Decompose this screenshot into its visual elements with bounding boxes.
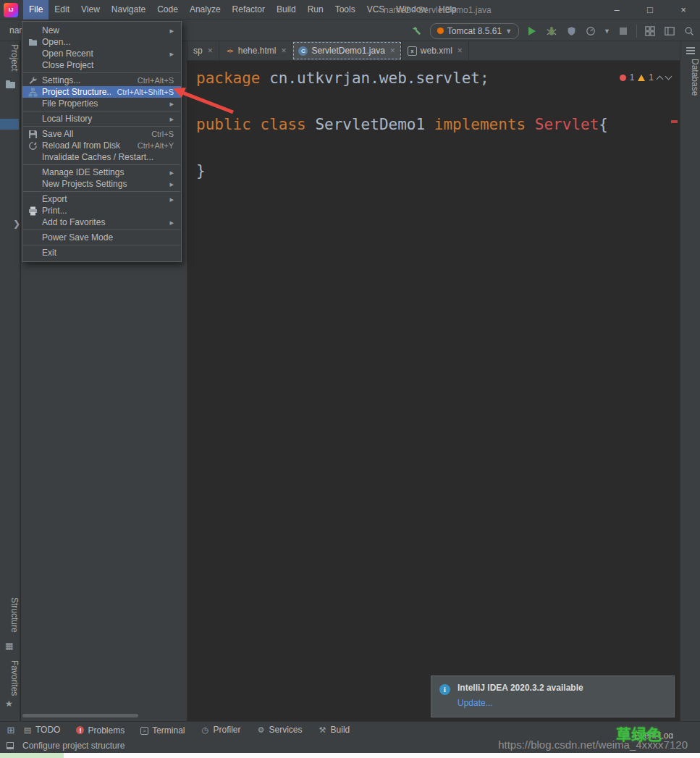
tool-button-label: Services: [269, 725, 303, 735]
next-error-icon[interactable]: [665, 72, 672, 80]
menu-refactor[interactable]: Refactor: [227, 0, 271, 20]
no-icon: [27, 114, 38, 124]
file-menu-item-reload-all-from-disk[interactable]: Reload All from DiskCtrl+Alt+Y: [22, 140, 181, 151]
error-stripe-mark: [671, 120, 678, 123]
right-toolwindow-stripe: Database: [680, 41, 700, 721]
run-options-chevron-icon[interactable]: ▼: [604, 28, 610, 35]
file-menu-item-invalidate-caches-restart[interactable]: Invalidate Caches / Restart...: [22, 151, 181, 163]
search-icon[interactable]: [683, 24, 696, 38]
tool-button-profiler[interactable]: ◷Profiler: [201, 725, 241, 735]
no-icon: [27, 248, 38, 258]
file-menu-item-manage-ide-settings[interactable]: Manage IDE Settings▸: [22, 167, 181, 178]
menu-item-label: New: [42, 25, 164, 35]
sidebar-item-project[interactable]: Project: [0, 44, 20, 71]
menu-view[interactable]: View: [75, 0, 106, 20]
menu-edit[interactable]: Edit: [49, 0, 75, 20]
file-menu-item-local-history[interactable]: Local History▸: [22, 113, 181, 125]
menu-analyze[interactable]: Analyze: [184, 0, 227, 20]
file-menu-item-new[interactable]: New▸: [22, 25, 181, 36]
submenu-arrow-icon: ▸: [169, 114, 174, 124]
build-hammer-icon[interactable]: [410, 24, 423, 38]
build-icon: ⚒: [319, 725, 327, 734]
tool-button-todo[interactable]: ▤TODO: [23, 725, 60, 735]
previous-error-icon[interactable]: [657, 75, 664, 83]
watermark-badge: 草绿色: [616, 723, 662, 744]
menu-tools[interactable]: Tools: [329, 0, 361, 20]
file-menu-item-exit[interactable]: Exit: [22, 247, 181, 258]
toolbar: Tomcat 8.5.61 ▼ ▼: [410, 20, 696, 41]
inspection-widget[interactable]: 1 1: [620, 66, 671, 89]
code-token: package: [196, 70, 269, 87]
menu-item-shortcut: Ctrl+S: [151, 130, 174, 138]
close-tab-icon[interactable]: ×: [281, 46, 286, 56]
stripe-chevron-icon[interactable]: ❯: [13, 219, 20, 229]
close-tab-icon[interactable]: ×: [390, 46, 395, 56]
stop-button[interactable]: [617, 24, 630, 38]
file-menu-item-open-recent[interactable]: Open Recent▸: [22, 48, 181, 59]
code-editor[interactable]: package cn.utkvrjan.web.servlet;public c…: [187, 61, 680, 721]
file-menu-item-file-properties[interactable]: File Properties▸: [22, 98, 181, 109]
tool-button-problems[interactable]: !Problems: [76, 725, 125, 736]
no-icon: [27, 25, 38, 35]
file-menu-item-save-all[interactable]: Save AllCtrl+S: [22, 128, 181, 140]
debug-button[interactable]: [545, 24, 558, 38]
file-menu-item-open[interactable]: Open...: [22, 36, 181, 48]
tab-servletdemo1-java[interactable]: CServletDemo1.java×: [292, 41, 401, 60]
profiler-button[interactable]: [584, 24, 597, 38]
editor-tabs: sp×<>hehe.html×CServletDemo1.java×xweb.x…: [187, 41, 680, 61]
menu-code[interactable]: Code: [151, 0, 184, 20]
close-tab-icon[interactable]: ×: [208, 46, 213, 56]
file-menu-item-new-projects-settings[interactable]: New Projects Settings▸: [22, 178, 181, 190]
run-button[interactable]: [526, 24, 539, 38]
update-link[interactable]: Update...: [457, 698, 667, 708]
coverage-button[interactable]: [565, 24, 578, 38]
file-menu-item-add-to-favorites[interactable]: Add to Favorites▸: [22, 216, 181, 228]
run-configuration-label: Tomcat 8.5.61: [447, 26, 502, 36]
window-controls: – □ ×: [600, 0, 700, 20]
menu-item-shortcut: Ctrl+Alt+Shift+S: [117, 88, 174, 96]
tool-button-services[interactable]: ⚙Services: [257, 725, 303, 735]
page-edge-green: [0, 753, 64, 758]
file-menu-item-power-save-mode[interactable]: Power Save Mode: [22, 232, 181, 243]
sidebar-item-favorites[interactable]: Favorites: [0, 660, 20, 696]
toolwindow-bar: ⊞ ▤TODO!Problems>Terminal◷Profiler⚙Servi…: [0, 721, 700, 738]
tool-button-terminal[interactable]: >Terminal: [140, 725, 185, 736]
no-icon: [27, 179, 38, 189]
menu-item-label: Close Project: [42, 60, 168, 70]
horizontal-scrollbar[interactable]: [22, 714, 138, 717]
tool-button-build[interactable]: ⚒Build: [319, 725, 350, 735]
close-tab-icon[interactable]: ×: [457, 46, 463, 56]
menu-build[interactable]: Build: [271, 0, 302, 20]
sidebar-item-structure[interactable]: Structure: [0, 597, 20, 633]
submenu-arrow-icon: ▸: [169, 195, 174, 204]
statusbar-panel-icon[interactable]: [7, 742, 14, 749]
close-button[interactable]: ×: [667, 0, 700, 20]
printer-icon: [27, 206, 38, 216]
sidebar-item-database[interactable]: Database: [680, 59, 700, 96]
tab-web-xml[interactable]: xweb.xml×: [402, 41, 469, 60]
code-line: [196, 90, 680, 113]
file-menu-item-project-structure[interactable]: Project Structure...Ctrl+Alt+Shift+S: [22, 86, 181, 98]
file-menu-item-close-project[interactable]: Close Project: [22, 59, 181, 71]
code-token: }: [196, 162, 206, 180]
page-edge-strip: [0, 753, 700, 758]
file-menu-item-print[interactable]: Print...: [22, 205, 181, 216]
windows-grid-icon[interactable]: [644, 24, 657, 38]
layout-icon[interactable]: [663, 24, 676, 38]
menu-run[interactable]: Run: [302, 0, 329, 20]
notification-title: IntelliJ IDEA 2020.3.2 available: [457, 683, 667, 693]
menu-file[interactable]: File: [23, 0, 49, 20]
toolwindow-buttons: ▤TODO!Problems>Terminal◷Profiler⚙Service…: [23, 725, 366, 736]
file-menu-item-settings[interactable]: Settings...Ctrl+Alt+S: [22, 75, 181, 86]
maximize-button[interactable]: □: [633, 0, 667, 20]
menu-navigate[interactable]: Navigate: [106, 0, 151, 20]
tab-sp[interactable]: sp×: [187, 41, 219, 60]
editor-area: sp×<>hehe.html×CServletDemo1.java×xweb.x…: [187, 41, 680, 721]
toolwindow-switcher-icon[interactable]: ⊞: [6, 725, 16, 736]
submenu-arrow-icon: ▸: [169, 180, 174, 189]
tab-label: ServletDemo1.java: [311, 46, 384, 56]
tab-hehe-html[interactable]: <>hehe.html×: [219, 41, 293, 60]
run-configuration-select[interactable]: Tomcat 8.5.61 ▼: [430, 23, 519, 39]
file-menu-item-export[interactable]: Export▸: [22, 193, 181, 205]
minimize-button[interactable]: –: [600, 0, 633, 20]
